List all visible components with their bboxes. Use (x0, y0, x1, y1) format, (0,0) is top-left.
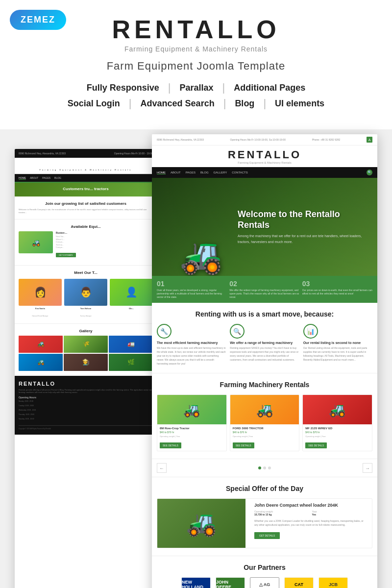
right-hero: 🚜 Welcome to the Rentallo Rentals Among … (152, 178, 377, 276)
machinery-card-2: 🚜 FORD 3000 TRACTOR $40 to $70 hr Operat… (230, 394, 300, 451)
hero-title: Welcome to the Rentallo Rentals (238, 209, 370, 230)
offer-specs-grid: Operating weight 10,736 to 13 kg Year Ye… (254, 510, 368, 516)
smart-move-col-3: 📊 Our rental listing is second to none O… (303, 324, 372, 366)
features-row2: Social Login | Advanced Search | Blog | … (10, 97, 382, 110)
machinery-btn-3[interactable]: SEE DETAILS (305, 442, 327, 448)
machinery-title: Farming Machinery Rentals (157, 381, 372, 389)
left-footer-desc: Rentals provide offering a full-service … (19, 389, 153, 393)
left-join-title: Join our growing list of satisfied custo… (19, 201, 153, 206)
machinery-btn-1[interactable]: SEE DETAILS (160, 442, 181, 448)
offer-card-info: John Deere Compact wheel loader 204K Ope… (250, 499, 372, 548)
footer-hours-2: Tuesday: 10:00 - 20:00 (19, 405, 153, 407)
nav-blog[interactable]: BLOG (54, 176, 61, 180)
team-name-2: Tom Nelson (64, 307, 107, 310)
machinery-name-3: MF 2135 W/REV ED (305, 427, 369, 430)
partners-title: Our Partners (157, 564, 372, 571)
machinery-card-info-2: FORD 3000 TRACTOR $40 to $70 hr Operatin… (230, 424, 299, 451)
right-nav-blog[interactable]: BLOG (200, 171, 209, 174)
footer-hours-col: Opening Hours Monday: 10:00 - 20:00 Tues… (19, 396, 153, 422)
left-join-text: Welcome to Rentallo Company's site, the … (19, 208, 153, 214)
equip-name-1: Ruston-... (56, 231, 153, 234)
smart-move-col3-title: Our rental listing is second to none (303, 341, 372, 344)
left-logo: RENTALLO Farming Equipment & Machinery R… (15, 158, 157, 174)
machinery-price-3: $40 to $70 hr (305, 431, 369, 434)
features-row1: Fully Responsive | Parallax | Additional… (10, 81, 382, 94)
machinery-card-1: 🚜 6M Row-Crop Tractor $40 to $70 hr Oper… (157, 394, 227, 451)
weight-value: 10,736 to 13 kg (254, 513, 272, 516)
team-role-2: Territory Manager (80, 315, 92, 317)
feature-num-3: 03 (302, 280, 310, 288)
nav-about[interactable]: ABOUT (30, 176, 38, 180)
smart-move-col2-title: We offer a range of farming machinery (230, 341, 299, 344)
search-icon[interactable]: 🔍 (367, 170, 372, 175)
machinery-nav: ← → (152, 459, 377, 477)
right-nav-home[interactable]: HOME (157, 171, 166, 174)
partner-cat: CAT (284, 577, 314, 588)
partner-jcb: JCB (318, 577, 348, 588)
offer-spec-year: Year Yes (312, 510, 368, 516)
zemez-badge[interactable]: ZEMEZ (10, 10, 66, 30)
machinery-section: Farming Machinery Rentals 🚜 6M Row-Crop … (152, 373, 377, 459)
smart-move-col-2: 🔍 We offer a range of farming machinery … (230, 324, 299, 366)
left-equip-section: Available Equi... 🚜 Ruston-... Next Sta.… (15, 220, 157, 266)
machinery-specs-2: Operating weight | Year (233, 435, 297, 438)
smart-move-col3-desc: Our Rental Listing shows all the equipme… (303, 346, 372, 362)
team-member-2: 👨 Tom Nelson Territory Manager (64, 279, 107, 318)
feature-num-1: 01 (157, 280, 165, 288)
right-logo-sub: Farming Equipment & Machinery Rentals (155, 161, 374, 164)
nav-home[interactable]: HOME (19, 176, 26, 180)
prev-arrow[interactable]: ← (157, 463, 167, 473)
nav-pages[interactable]: PAGES (42, 176, 50, 180)
gallery-thumb-5: 👨‍🌾 (64, 354, 108, 371)
template-title: Farm Equipment Joomla Template (10, 60, 382, 73)
gallery-thumb-4: 🚜 (19, 354, 63, 371)
machinery-card-3: 🚜 MF 2135 W/REV ED $40 to $70 hr Operati… (302, 394, 372, 451)
left-equip-title: Available Equi... (19, 224, 153, 229)
special-offer-section: Special Offer of the Day 🚜 John Deere Co… (152, 477, 377, 556)
equip-desc-1: Next Sta...Wheel L...Compa...Techna...Co… (56, 235, 153, 249)
team-avatar-2: 👨 (64, 279, 107, 306)
feature-blog: Blog (226, 98, 263, 109)
dot-2[interactable] (263, 466, 266, 469)
rental-listing-icon: 📊 (303, 324, 318, 339)
special-offer-title: Special Offer of the Day (157, 485, 372, 492)
offer-btn[interactable]: GET DETAILS (254, 532, 280, 539)
right-logo-area: RENTALLO Farming Equipment & Machinery R… (152, 146, 377, 167)
team-name-1: Eva Savits (19, 307, 62, 310)
team-member-1: 👩 Eva Savits National Rental Manager (19, 279, 62, 318)
offer-description: Whether you use a 204K Compact Loader fo… (254, 519, 368, 527)
footer-hours-4: Thursday: 10:00 - 20:00 (19, 414, 153, 416)
smart-move-col-1: 🔧 The most efficient farming machinery W… (157, 324, 226, 366)
right-nav-right: 🔍 (367, 170, 372, 175)
machinery-specs-1: Operating weight | Year (160, 435, 224, 438)
team-role-1: National Rental Manager (32, 315, 48, 317)
right-nav-contacts[interactable]: CONTACTS (232, 171, 248, 174)
left-footer-logo: RENTALLO (19, 381, 153, 387)
next-arrow[interactable]: → (363, 463, 372, 473)
offer-spec-weight: Operating weight 10,736 to 13 kg (254, 510, 311, 516)
machinery-card-info-3: MF 2135 W/REV ED $40 to $70 hr Operating… (303, 424, 372, 451)
offer-card-image: 🚜 (157, 499, 245, 548)
smart-move-columns: 🔧 The most efficient farming machinery W… (157, 324, 372, 366)
right-hours: Opening Hours Mo-Fr 10:00-19:00, Sa 10:0… (230, 138, 286, 141)
machinery-btn-2[interactable]: SEE DETAILS (233, 442, 254, 448)
equip-info-1: Ruston-... Next Sta...Wheel L...Compa...… (56, 231, 153, 258)
right-header: 8096 Richmond Hwy, Alexandria, VA 22303 … (152, 134, 377, 146)
right-nav-gallery[interactable]: GALLERY (214, 171, 227, 174)
machinery-name-1: 6M Row-Crop Tractor (160, 427, 224, 430)
footer-hours: Opening Hours Monday: 10:00 - 20:00 Tues… (19, 396, 153, 422)
partner-john-deere: JOHN DEERE (216, 577, 245, 588)
left-team-section: Meet Our T... 👩 Eva Savits National Rent… (15, 266, 157, 324)
hero-content: Welcome to the Rentallo Rentals Among th… (238, 209, 370, 245)
dot-1[interactable] (258, 466, 261, 469)
right-preview: 8096 Richmond Hwy, Alexandria, VA 22303 … (152, 134, 377, 588)
right-nav-about[interactable]: ABOUT (171, 171, 181, 174)
right-nav-pages[interactable]: PAGES (186, 171, 196, 174)
range-farming-icon: 🔍 (230, 324, 245, 339)
equip-btn-1[interactable]: GET ESTIMATE (56, 253, 76, 257)
feature-ui-elements: UI elements (266, 98, 333, 109)
feature-additional-pages: Additional Pages (225, 83, 314, 93)
left-gallery-section: Gallery 🚜 🌾 🚛 🚜 👨‍🌾 🌿 (15, 324, 157, 376)
copyright: Copyright © 2016 All Rights Reserved by … (19, 425, 153, 430)
dot-3[interactable] (268, 466, 271, 469)
